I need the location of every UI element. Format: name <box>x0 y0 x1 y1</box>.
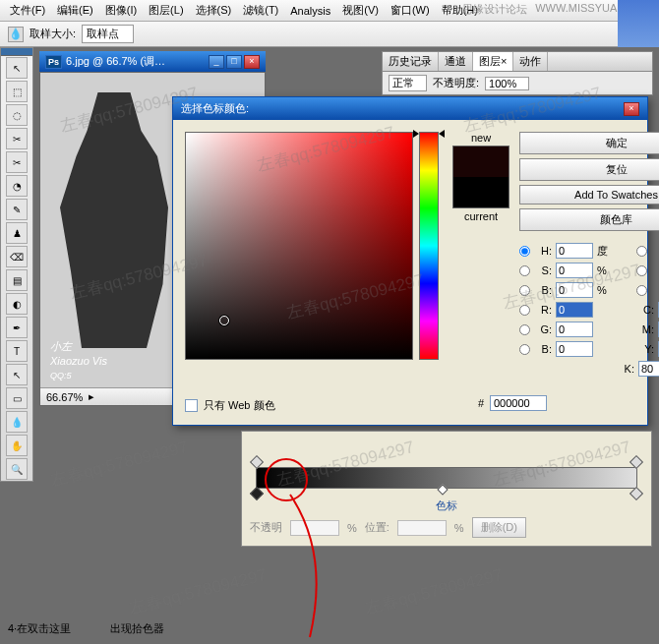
opacity-field[interactable]: 100% <box>485 77 529 90</box>
bv-input[interactable] <box>556 282 593 298</box>
menu-filter[interactable]: 滤镜(T) <box>237 1 284 20</box>
zoom-value[interactable]: 66.67% <box>46 391 83 403</box>
b2-label: b: <box>651 284 659 296</box>
a-radio[interactable] <box>636 265 647 276</box>
m-label: M: <box>636 323 654 335</box>
s-input[interactable] <box>556 263 593 278</box>
annotation-arrow <box>280 495 349 642</box>
g-input[interactable] <box>556 322 593 337</box>
tool-slice[interactable]: ✂ <box>6 151 28 173</box>
color-picker-dialog: 选择色标颜色: × new current <box>172 96 648 426</box>
y-label: Y: <box>636 343 654 355</box>
tool-move[interactable]: ↖ <box>6 57 28 79</box>
color-picker-titlebar[interactable]: 选择色标颜色: × <box>173 97 647 120</box>
sample-size-label: 取样大小: <box>30 27 76 41</box>
tab-layers[interactable]: 图层× <box>473 52 513 71</box>
s-radio[interactable] <box>519 265 530 276</box>
tool-type[interactable]: T <box>6 340 28 362</box>
document-title: 6.jpg @ 66.7% (调… <box>66 54 165 69</box>
r-radio[interactable] <box>519 305 530 316</box>
photo-signature: 小左 Xiaozuo Vis QQ:5 <box>50 339 107 381</box>
tool-shape[interactable]: ▭ <box>6 387 28 409</box>
tool-pen[interactable]: ✒ <box>6 317 28 338</box>
grad-opacity-label: 不透明 <box>250 520 282 535</box>
swatch-new[interactable] <box>453 146 509 177</box>
tool-path[interactable]: ↖ <box>6 364 28 385</box>
b2-radio[interactable] <box>636 285 647 296</box>
c-label: C: <box>636 304 654 316</box>
tool-gradient[interactable]: ▤ <box>6 269 28 291</box>
tool-eyedropper[interactable]: 💧 <box>6 411 28 433</box>
hue-handle-left[interactable] <box>413 130 419 138</box>
new-label: new <box>471 132 491 144</box>
menu-select[interactable]: 选择(S) <box>190 1 238 20</box>
b-radio[interactable] <box>519 285 530 296</box>
tool-dodge[interactable]: ◐ <box>6 293 28 315</box>
l-radio[interactable] <box>636 246 647 257</box>
grad-position-label: 位置: <box>365 520 389 535</box>
grad-position-field[interactable] <box>397 520 447 536</box>
menu-view[interactable]: 视图(V) <box>336 1 385 20</box>
opacity-stop-left[interactable] <box>250 455 264 469</box>
menu-edit[interactable]: 编辑(E) <box>51 1 99 20</box>
bb-input[interactable] <box>556 341 593 357</box>
tool-marquee[interactable]: ⬚ <box>6 81 28 102</box>
tool-crop[interactable]: ✂ <box>6 128 28 149</box>
blend-mode-dropdown[interactable]: 正常 <box>389 75 427 91</box>
web-only-checkbox[interactable] <box>185 399 198 412</box>
tool-brush[interactable]: ✎ <box>6 199 28 220</box>
ok-button[interactable]: 确定 <box>519 132 659 154</box>
h-radio[interactable] <box>519 246 530 257</box>
tool-hand[interactable]: ✋ <box>6 435 28 456</box>
k-input[interactable] <box>638 361 659 377</box>
doc-maximize-button[interactable]: □ <box>226 55 242 69</box>
tab-channels[interactable]: 通道 <box>439 52 473 71</box>
menu-image[interactable]: 图像(I) <box>99 1 143 20</box>
doc-close-button[interactable]: × <box>244 55 260 69</box>
sv-picker-handle[interactable] <box>219 316 229 325</box>
g-radio[interactable] <box>519 324 530 335</box>
gradient-midpoint[interactable] <box>438 484 449 495</box>
a-label: a: <box>651 264 659 276</box>
tool-eraser[interactable]: ⌫ <box>6 246 28 267</box>
panel-group: 历史记录 通道 图层× 动作 正常 不透明度: 100% <box>382 51 653 95</box>
hex-input[interactable] <box>490 395 547 411</box>
status-arrow-icon[interactable]: ▸ <box>89 390 94 403</box>
opacity-stop-right[interactable] <box>629 455 643 469</box>
hue-slider[interactable] <box>419 132 439 360</box>
menu-window[interactable]: 窗口(W) <box>385 1 436 20</box>
tab-history[interactable]: 历史记录 <box>383 52 439 71</box>
gradient-bar[interactable] <box>256 467 637 489</box>
add-swatch-button[interactable]: Add To Swatches <box>519 185 659 205</box>
color-picker-title: 选择色标颜色: <box>181 101 249 116</box>
toolbox-grip[interactable] <box>1 48 32 56</box>
tool-heal[interactable]: ◔ <box>6 175 28 197</box>
tool-zoom[interactable]: 🔍 <box>6 458 28 480</box>
doc-minimize-button[interactable]: _ <box>209 55 224 69</box>
options-bar: 💧 取样大小: 取样点 <box>0 22 659 47</box>
menu-layer[interactable]: 图层(L) <box>143 1 189 20</box>
bb-radio[interactable] <box>519 344 530 355</box>
grad-delete-button[interactable]: 删除(D) <box>472 517 526 538</box>
tab-actions[interactable]: 动作 <box>513 52 548 71</box>
l-label: L: <box>651 245 659 257</box>
bb-label: B: <box>534 343 552 355</box>
r-label: R: <box>534 304 552 316</box>
tool-stamp[interactable]: ♟ <box>6 222 28 244</box>
panel-tabs: 历史记录 通道 图层× 动作 <box>382 51 653 72</box>
hue-handle-right[interactable] <box>439 130 445 138</box>
menu-file[interactable]: 文件(F) <box>4 1 51 20</box>
tool-lasso[interactable]: ◌ <box>6 104 28 126</box>
swatch-current[interactable] <box>453 177 509 207</box>
sv-field[interactable] <box>185 132 413 360</box>
sample-size-dropdown[interactable]: 取样点 <box>82 25 134 43</box>
reset-button[interactable]: 复位 <box>519 158 659 181</box>
menu-analysis[interactable]: Analysis <box>284 3 336 19</box>
picker-close-button[interactable]: × <box>624 102 639 116</box>
color-lib-button[interactable]: 颜色库 <box>519 208 659 231</box>
layers-options-row: 正常 不透明度: 100% <box>382 72 653 95</box>
h-input[interactable] <box>556 243 593 259</box>
eyedropper-icon[interactable]: 💧 <box>8 27 24 42</box>
r-input[interactable] <box>556 302 593 318</box>
document-titlebar[interactable]: Ps 6.jpg @ 66.7% (调… _ □ × <box>39 51 266 72</box>
